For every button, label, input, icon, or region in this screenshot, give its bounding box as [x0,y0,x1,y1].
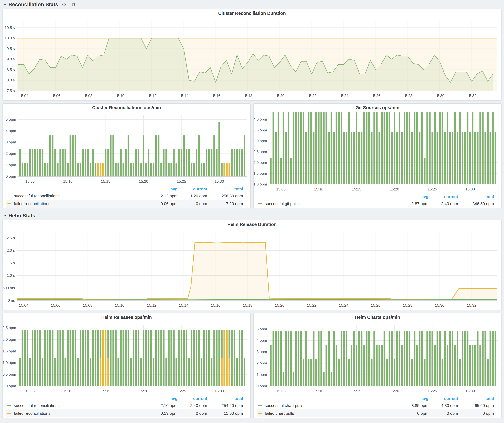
panel-title[interactable]: Helm Release Duration [3,220,501,229]
legend-helm-charts: avgcurrenttotalsuccessful chart pulls3.8… [253,395,501,417]
legend-stat-current: 4.80 opm [428,403,458,408]
svg-text:15:06: 15:06 [51,94,60,98]
helm-release-duration-chart[interactable]: 15:0415:0615:0815:1015:1215:1415:1615:18… [3,229,501,310]
svg-text:0.5 opm: 0.5 opm [3,372,16,376]
legend-col-current[interactable]: current [178,396,207,401]
legend-series-label[interactable]: successful chart pulls [257,403,399,408]
panel-title[interactable]: Cluster Reconciliation Duration [3,9,501,17]
legend-col-total[interactable]: total [207,396,243,401]
panel-title[interactable]: Git Sources ops/min [253,104,501,112]
svg-text:15:10: 15:10 [115,94,124,98]
legend-row: successful reconciliations2.12 opm1.20 o… [6,192,243,200]
svg-text:1.0 opm: 1.0 opm [3,361,16,365]
legend-stat-avg: 0.06 opm [148,201,178,206]
svg-text:0 ns: 0 ns [8,298,15,302]
svg-text:15:08: 15:08 [83,303,92,307]
legend-series-label[interactable]: successful reconciliations [6,403,148,408]
legend-header-row: avgcurrenttotal [257,194,494,200]
legend-series-label[interactable]: failed reconciliations [6,201,148,206]
trash-icon[interactable] [70,1,77,8]
svg-text:15:05: 15:05 [276,187,286,191]
svg-text:15:10: 15:10 [115,303,124,307]
panel-title[interactable]: Helm Charts ops/min [253,313,501,321]
svg-text:3.0 opm: 3.0 opm [253,139,267,143]
legend-row: successful chart pulls3.85 opm4.80 opm46… [257,402,494,409]
legend-series-label[interactable]: failed chart pulls [257,411,399,416]
svg-text:15:05: 15:05 [25,179,35,183]
legend-col-total[interactable]: total [458,194,494,199]
legend-col-avg[interactable]: avg [399,396,428,401]
svg-text:4.0 opm: 4.0 opm [253,117,267,121]
git-sources-opm-chart[interactable]: 15:0515:1015:1515:2015:2515:301.0 opm1.5… [253,112,501,193]
legend-series-name: failed reconciliations [14,411,50,416]
cluster-reconciliations-opm-chart[interactable]: 15:0515:1015:1515:2015:2515:300 opm1 opm… [3,112,251,186]
panel-helm-release-duration: Helm Release Duration 15:0415:0615:0815:… [2,220,502,310]
svg-text:8.5 s: 8.5 s [7,68,15,72]
svg-text:15:25: 15:25 [428,187,437,191]
legend-series-name: successful git pulls [265,201,299,206]
helm-releases-opm-chart[interactable]: 15:0515:1015:1515:2015:2515:300 opm0.5 o… [3,321,251,395]
legend-series-label[interactable]: failed reconciliations [6,411,148,416]
legend-stat-total: 256.80 opm [207,194,243,198]
legend-col-total[interactable]: total [207,187,243,191]
legend-cluster-reconciliations: avgcurrenttotalsuccessful reconciliation… [3,186,251,208]
panel-title[interactable]: Cluster Reconciliations ops/min [3,104,251,112]
section-title[interactable]: Reconciliation Stats [8,1,58,7]
legend-col-current[interactable]: current [178,187,207,191]
panel-cluster-reconciliation-duration: Cluster Reconciliation Duration 15:0415:… [2,9,502,101]
svg-text:2.0 opm: 2.0 opm [3,337,16,341]
section-title[interactable]: Helm Stats [8,213,35,219]
svg-text:2.5 opm: 2.5 opm [253,150,267,154]
svg-text:15:32: 15:32 [467,94,476,98]
svg-text:15:30: 15:30 [215,179,224,183]
svg-text:2.0 s: 2.0 s [7,248,15,253]
legend-stat-total: 346.80 opm [458,201,494,206]
legend-col-avg[interactable]: avg [148,396,178,401]
legend-row: successful git pulls2.87 opm2.40 opm346.… [257,200,494,208]
svg-text:15:20: 15:20 [390,389,399,393]
legend-series-label[interactable]: successful git pulls [257,201,399,206]
svg-text:1.0 s: 1.0 s [7,273,15,277]
svg-text:15:25: 15:25 [428,389,437,393]
svg-text:15:15: 15:15 [101,179,110,183]
svg-text:15:25: 15:25 [177,389,186,393]
legend-col-avg[interactable]: avg [148,187,178,191]
legend-col-current[interactable]: current [428,396,458,401]
section-header-helm-stats[interactable]: Helm Stats [0,211,504,220]
svg-text:15:04: 15:04 [19,303,28,307]
svg-text:15:08: 15:08 [83,94,92,98]
svg-text:15:10: 15:10 [63,389,72,393]
svg-text:1.5 opm: 1.5 opm [3,349,16,353]
svg-text:3 opm: 3 opm [6,140,16,144]
legend-series-name: successful reconciliations [14,194,60,198]
section-header-reconciliation-stats[interactable]: Reconciliation Stats [0,0,504,9]
panel-title[interactable]: Helm Releases ops/min [3,313,251,321]
svg-text:15:30: 15:30 [215,389,224,393]
chevron-down-icon[interactable] [3,214,7,218]
legend-series-color-dash [258,405,262,406]
legend-row: failed chart pulls0 opm0 opm0 opm [257,409,494,417]
legend-stat-current: 1.20 opm [178,194,207,198]
svg-text:9.0 s: 9.0 s [7,57,15,61]
svg-text:3.5 opm: 3.5 opm [253,128,267,132]
svg-text:3 opm: 3 opm [257,350,267,354]
svg-text:15:20: 15:20 [139,179,148,183]
legend-col-avg[interactable]: avg [399,194,428,199]
legend-col-current[interactable]: current [428,194,458,199]
svg-text:15:10: 15:10 [314,389,323,393]
gear-icon[interactable] [61,1,67,8]
panel-helm-charts-opm: Helm Charts ops/min 15:0515:1015:1515:20… [253,313,502,418]
svg-text:500 ms: 500 ms [3,286,15,290]
legend-series-color-dash [7,413,11,414]
legend-series-label[interactable]: successful reconciliations [6,194,148,198]
legend-col-total[interactable]: total [458,396,494,401]
helm-charts-opm-chart[interactable]: 15:0515:1015:1515:2015:2515:300 opm1 opm… [253,321,501,395]
chevron-down-icon[interactable] [3,2,7,6]
svg-text:1 opm: 1 opm [257,373,267,377]
cluster-reconciliation-duration-chart[interactable]: 15:0415:0615:0815:1015:1215:1415:1615:18… [3,17,501,100]
svg-text:15:25: 15:25 [177,179,186,183]
legend-series-color-dash [7,196,11,196]
legend-row: failed reconciliations0.13 opm0 opm15.60… [6,409,243,417]
svg-text:15:26: 15:26 [371,303,380,307]
legend-git-sources: avgcurrenttotalsuccessful git pulls2.87 … [253,193,501,208]
